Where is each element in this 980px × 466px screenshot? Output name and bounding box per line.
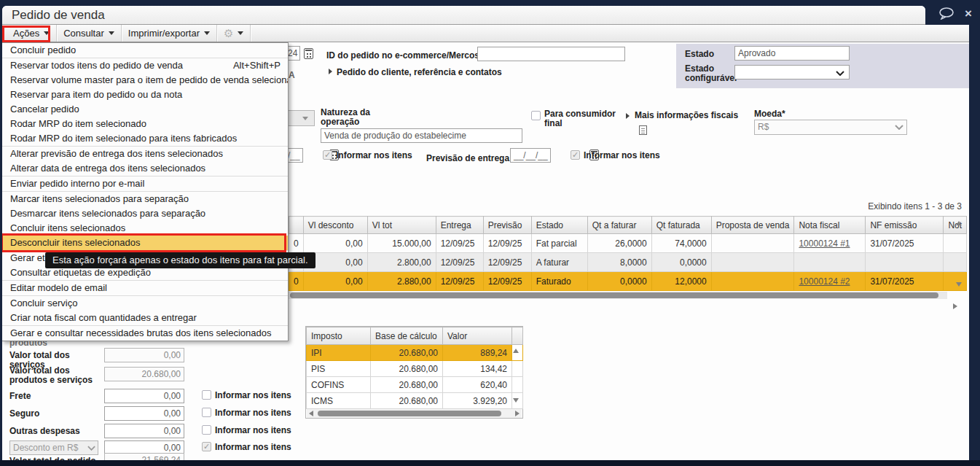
ecommerce-id-input[interactable] bbox=[477, 47, 625, 61]
scroll-right-icon[interactable] bbox=[953, 303, 957, 309]
consultar-menu-button[interactable]: Consultar bbox=[57, 25, 122, 42]
menu-item[interactable]: Editar modelo de email bbox=[2, 281, 288, 295]
grid-cell bbox=[944, 253, 967, 272]
table-header-row: Imposto Base de cálculo Valor bbox=[307, 327, 523, 345]
grid-cell: A faturar bbox=[531, 253, 587, 272]
grid-col-header[interactable]: Estado bbox=[531, 217, 587, 234]
table-row[interactable]: COFINS 20.680,00 620,40 bbox=[307, 377, 523, 393]
menu-item[interactable]: Concluir serviço bbox=[2, 296, 288, 311]
menu-item-label: Alterar previsão de entrega dos itens se… bbox=[10, 147, 223, 161]
scrollbar-thumb[interactable] bbox=[318, 411, 501, 416]
menu-item[interactable]: Reservar todos itens do pedido de vendaA… bbox=[2, 58, 288, 73]
menu-item-label: Desconcluir itens selecionados bbox=[10, 236, 140, 250]
grid-col-header[interactable]: NF emissão bbox=[866, 217, 944, 234]
grid-col-header[interactable]: Vl desconto bbox=[303, 217, 367, 234]
menu-item[interactable]: Criar nota fiscal com quantidades a entr… bbox=[2, 311, 288, 325]
acoes-menu-button[interactable]: Ações bbox=[7, 25, 57, 42]
grid-cell: 15.000,00 bbox=[367, 234, 436, 253]
natureza-operacao-input[interactable]: Venda de produção do estabelecime bbox=[321, 128, 522, 143]
window-frame-bottom bbox=[0, 460, 980, 466]
grid-col-header[interactable]: Vl tot bbox=[367, 217, 436, 234]
table-row[interactable]: 0 0,00 2.800,00 12/09/25 12/09/25 A fatu… bbox=[289, 253, 967, 272]
grid-cell: 12/09/25 bbox=[483, 253, 531, 272]
mais-informacoes-fiscais-expander[interactable]: Mais informações fiscais bbox=[635, 111, 738, 120]
close-icon[interactable]: × bbox=[965, 7, 972, 20]
frete-input[interactable]: 0,00 bbox=[104, 389, 184, 403]
grid-cell: 74,0000 bbox=[651, 234, 711, 253]
imprimir-label: Imprimir/exportar bbox=[128, 28, 200, 39]
menu-item[interactable]: Concluir pedido bbox=[2, 43, 288, 58]
horizontal-scrollbar[interactable] bbox=[289, 292, 947, 299]
expander-arrow-icon[interactable] bbox=[329, 69, 332, 74]
scroll-right-icon[interactable] bbox=[515, 411, 520, 416]
pedido-cliente-expander[interactable]: Pedido do cliente, referência e contatos bbox=[337, 68, 502, 77]
menu-item[interactable]: Gerar e consultar necessidades brutas do… bbox=[2, 326, 288, 341]
tax-col-header[interactable]: Imposto bbox=[307, 327, 371, 345]
grid-col-header[interactable]: Qt faturada bbox=[651, 217, 711, 234]
imprimir-exportar-menu-button[interactable]: Imprimir/exportar bbox=[122, 25, 217, 42]
tax-col-header[interactable]: Base de cálculo bbox=[371, 327, 443, 345]
menu-item[interactable]: Reservar volume master para o item de pe… bbox=[2, 73, 288, 88]
menu-item-highlighted[interactable]: Desconcluir itens selecionados bbox=[2, 236, 288, 250]
table-row-selected[interactable]: IPI 20.680,00 889,24 bbox=[307, 345, 523, 361]
grid-col-header[interactable]: Proposta de venda bbox=[711, 217, 794, 234]
menu-item[interactable]: Enviar pedido interno por e-mail bbox=[2, 176, 288, 191]
grid-col-header[interactable] bbox=[289, 217, 304, 234]
outras-despesas-input[interactable]: 0,00 bbox=[104, 424, 184, 438]
grid-cell: 31/07/2025 bbox=[866, 272, 944, 291]
combo-partial[interactable] bbox=[286, 110, 315, 126]
estado-configuravel-select[interactable] bbox=[734, 65, 850, 79]
scroll-up-icon[interactable] bbox=[956, 221, 962, 225]
grid-cell: Faturado bbox=[531, 272, 587, 291]
gear-icon: ⚙ bbox=[224, 27, 233, 40]
scroll-left-icon[interactable] bbox=[309, 411, 313, 416]
seguro-input[interactable]: 0,00 bbox=[104, 406, 184, 421]
menu-item[interactable]: Rodar MRP do item selecionado para itens… bbox=[2, 131, 288, 146]
grid-cell: 12/09/25 bbox=[483, 272, 531, 291]
nota-fiscal-link[interactable]: 10000124 #1 bbox=[799, 238, 850, 249]
clipped-text-fragment: A bbox=[289, 71, 295, 80]
scroll-up-icon[interactable] bbox=[513, 349, 519, 353]
document-icon[interactable] bbox=[639, 125, 647, 135]
menu-item[interactable]: Alterar data de entrega dos itens seleci… bbox=[2, 161, 288, 176]
previsao-entrega-input[interactable]: __/__/__ bbox=[510, 148, 551, 163]
menu-item[interactable]: Reservar para item do pedido ou da nota bbox=[2, 88, 288, 102]
tax-col-header[interactable]: Valor bbox=[443, 327, 512, 345]
title-bar: Pedido de venda bbox=[2, 6, 925, 25]
window-frame-top bbox=[0, 0, 980, 6]
informar-itens-checkbox[interactable] bbox=[202, 390, 211, 400]
grid-col-header[interactable]: Not bbox=[944, 217, 967, 234]
calendar-icon[interactable] bbox=[304, 48, 313, 59]
table-row[interactable]: ICMS 20.680,00 3.929,20 bbox=[307, 393, 523, 409]
grid-cell: 12/09/25 bbox=[436, 234, 483, 253]
table-row[interactable]: PIS 20.680,00 134,42 bbox=[307, 361, 523, 377]
grid-cell bbox=[794, 253, 866, 272]
chat-icon[interactable] bbox=[938, 7, 956, 20]
menu-item[interactable]: Concluir itens selecionados bbox=[2, 221, 288, 236]
grid-col-header[interactable]: Entrega bbox=[436, 217, 483, 234]
expander-arrow-icon[interactable] bbox=[626, 113, 630, 119]
scrollbar-thumb[interactable] bbox=[290, 292, 938, 298]
scroll-down-icon[interactable] bbox=[513, 398, 519, 403]
settings-menu-button[interactable]: ⚙ bbox=[217, 25, 251, 42]
table-row[interactable]: 0 0,00 15.000,00 12/09/25 12/09/25 Fat p… bbox=[289, 234, 967, 253]
tax-cell: 134,42 bbox=[443, 361, 512, 377]
consumidor-final-checkbox[interactable] bbox=[531, 111, 541, 120]
valor-produtos-servicos-input: 20.680,00 bbox=[104, 367, 184, 381]
horizontal-scrollbar[interactable] bbox=[307, 409, 522, 418]
menu-item[interactable]: Desmarcar itens selecionados para separa… bbox=[2, 206, 288, 221]
menu-item[interactable]: Cancelar pedido bbox=[2, 102, 288, 117]
table-row-selected[interactable]: 0 0,00 2.880,00 12/09/25 12/09/25 Fatura… bbox=[289, 272, 967, 291]
nota-fiscal-link[interactable]: 10000124 #2 bbox=[799, 276, 850, 287]
scroll-down-icon[interactable] bbox=[956, 282, 962, 287]
seguro-label: Seguro bbox=[9, 409, 39, 419]
menu-item[interactable]: Alterar previsão de entrega dos itens se… bbox=[2, 147, 288, 161]
menu-item[interactable]: Marcar itens selecionados para separação bbox=[2, 192, 288, 206]
tax-cell: 20.680,00 bbox=[371, 393, 443, 409]
grid-col-header[interactable]: Previsão bbox=[483, 217, 531, 234]
menu-item[interactable]: Rodar MRP do item selecionado bbox=[2, 117, 288, 131]
grid-col-header[interactable]: Nota fiscal bbox=[794, 217, 866, 234]
informar-itens-checkbox[interactable] bbox=[202, 408, 211, 417]
grid-col-header[interactable]: Qt a faturar bbox=[587, 217, 651, 234]
informar-itens-checkbox[interactable] bbox=[202, 425, 211, 435]
